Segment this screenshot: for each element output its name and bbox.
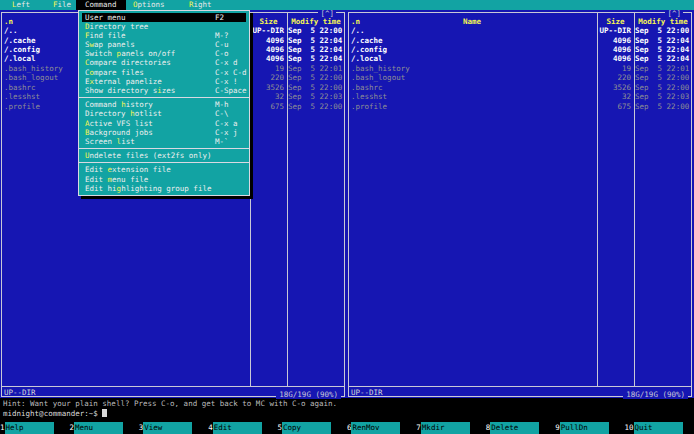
shortcut-label: M-h: [215, 100, 229, 109]
column-header-name[interactable]: Name: [349, 17, 595, 26]
menubar-item-left[interactable]: Left: [12, 0, 30, 10]
menu-bar: Left File Command Options Right: [0, 0, 694, 10]
shortcut-label: C-x j: [215, 128, 238, 137]
mini-status-separator: [2, 386, 344, 387]
column-header-mtime[interactable]: Modify time: [635, 17, 691, 26]
menubar-item-right[interactable]: Right: [189, 0, 212, 10]
menu-item-screen-list[interactable]: Screen listM-`: [82, 137, 246, 146]
column-header-size[interactable]: Size: [597, 17, 634, 26]
file-row[interactable]: /.config4096Sep 5 22:04: [349, 45, 691, 54]
fkey-pulldn[interactable]: 9PullDn: [555, 422, 624, 434]
menu-item-user-menu[interactable]: User menuF2: [82, 13, 246, 22]
file-row[interactable]: .bash_logout220Sep 5 22:00: [349, 73, 691, 82]
shortcut-label: C-Space: [215, 86, 247, 95]
fkey-renmov[interactable]: 6RenMov: [347, 422, 416, 434]
command-dropdown-menu: User menuF2 Directory tree Find fileM-? …: [78, 10, 250, 196]
file-row[interactable]: /.cache4096Sep 5 22:04: [349, 36, 691, 45]
mini-status-separator: [349, 386, 691, 387]
menu-item-command-history[interactable]: Command historyM-h: [82, 100, 246, 109]
file-row[interactable]: .bashrc3526Sep 5 22:00: [349, 83, 691, 92]
mc-terminal-screen: [^] .n Name Size Modify time /..UP--DIRS…: [0, 0, 694, 434]
fkey-quit[interactable]: 10Quit: [625, 422, 694, 434]
menu-item-active-vfs-list[interactable]: Active VFS listC-x a: [82, 119, 246, 128]
menu-item-compare-directories[interactable]: Compare directoriesC-x d: [82, 58, 246, 67]
shortcut-label: M-`: [215, 137, 229, 146]
right-file-list: /..UP--DIRSep 5 22:00 /.cache4096Sep 5 2…: [349, 26, 691, 111]
fkey-edit[interactable]: 4Edit: [208, 422, 277, 434]
fkey-help[interactable]: 1Help: [0, 422, 69, 434]
file-row[interactable]: .lesshst32Sep 5 22:03: [349, 92, 691, 101]
file-row[interactable]: .bash_history19Sep 5 22:01: [349, 64, 691, 73]
menu-item-switch-panels[interactable]: Switch panels on/offC-o: [82, 49, 246, 58]
menu-item-undelete-files[interactable]: Undelete files (ext2fs only): [82, 151, 246, 160]
shortcut-label: C-u: [215, 40, 229, 49]
panel-up-button[interactable]: [^]: [665, 9, 683, 18]
right-panel-header: .n Name Size Modify time: [347, 17, 694, 26]
shortcut-label: C-\: [215, 109, 229, 118]
shortcut-label: C-x d: [215, 58, 238, 67]
menu-item-compare-files[interactable]: Compare filesC-x C-d: [82, 68, 246, 77]
menu-item-edit-highlighting-group-file[interactable]: Edit highlighting group file: [82, 184, 246, 193]
column-header-mtime[interactable]: Modify time: [288, 17, 344, 26]
mini-status: UP--DIR: [351, 388, 383, 397]
file-row[interactable]: /.local4096Sep 5 22:04: [349, 54, 691, 63]
panel-up-button[interactable]: [^]: [318, 9, 336, 18]
fkey-copy[interactable]: 5Copy: [278, 422, 347, 434]
menu-item-background-jobs[interactable]: Background jobsC-x j: [82, 128, 246, 137]
menu-item-edit-extension-file[interactable]: Edit extension file: [82, 165, 246, 174]
terminal-cursor: [102, 409, 107, 417]
column-header-size[interactable]: Size: [250, 17, 287, 26]
file-row[interactable]: /..UP--DIRSep 5 22:00: [349, 26, 691, 35]
shortcut-label: C-x a: [215, 119, 238, 128]
prompt-text: midnight@commander:~$: [3, 409, 98, 418]
fkey-delete[interactable]: 8Delete: [486, 422, 555, 434]
function-key-bar: 1Help 2Menu 3View 4Edit 5Copy 6RenMov 7M…: [0, 422, 694, 434]
mini-status: UP--DIR: [4, 388, 36, 397]
fkey-mkdir[interactable]: 7Mkdir: [416, 422, 485, 434]
menu-item-external-panelize[interactable]: External panelizeC-x !: [82, 77, 246, 86]
shortcut-label: C-o: [215, 49, 229, 58]
shortcut-label: M-?: [215, 31, 229, 40]
menu-item-swap-panels[interactable]: Swap panelsC-u: [82, 40, 246, 49]
menu-item-directory-hotlist[interactable]: Directory hotlistC-\: [82, 109, 246, 118]
menu-item-directory-tree[interactable]: Directory tree: [82, 22, 246, 31]
menubar-item-options[interactable]: Options: [133, 0, 165, 10]
shortcut-label: C-x !: [215, 77, 238, 86]
shell-prompt[interactable]: midnight@commander:~$: [3, 409, 107, 418]
fkey-view[interactable]: 3View: [139, 422, 208, 434]
shortcut-label: F2: [215, 13, 224, 22]
hint-line: Hint: Want your plain shell? Press C-o, …: [3, 399, 337, 408]
free-space-indicator: 18G/19G (90%): [623, 390, 688, 399]
menu-item-edit-menu-file[interactable]: Edit menu file: [82, 175, 246, 184]
menubar-item-command[interactable]: Command: [76, 0, 126, 10]
menu-item-find-file[interactable]: Find fileM-?: [82, 31, 246, 40]
fkey-menu[interactable]: 2Menu: [69, 422, 138, 434]
right-panel: [^] .n Name Size Modify time /..UP--DIRS…: [347, 10, 694, 398]
menu-item-show-directory-sizes[interactable]: Show directory sizesC-Space: [82, 86, 246, 95]
shortcut-label: C-x C-d: [215, 68, 247, 77]
free-space-indicator: 18G/19G (90%): [276, 390, 341, 399]
file-row[interactable]: .profile675Sep 5 22:00: [349, 102, 691, 111]
menubar-item-file[interactable]: File: [53, 0, 71, 10]
